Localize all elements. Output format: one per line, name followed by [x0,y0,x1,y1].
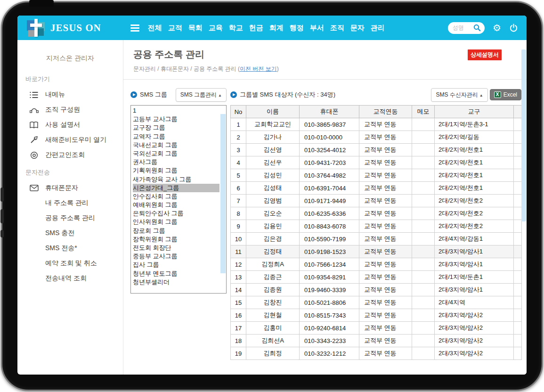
sidebar-item-1-6[interactable]: 전송내역 조회 [17,271,123,286]
previous-version-link[interactable]: 이전 버전 보기 [240,65,277,72]
sidebar-item-0-0[interactable]: 내메뉴 [17,87,123,102]
recipient-row-3[interactable]: 3김선영010-3254-4012교적부 연동2대/2지역/천호1 [231,144,522,156]
group-list-item-17[interactable]: 중등부 교사그룹 [133,252,219,261]
cell-메모 [412,233,435,245]
cell-교구: 2대/3지역/암사2 [435,322,514,335]
cell-교구: 2대/2지역/길동 [435,131,514,144]
nav-item-11[interactable]: 관리 [371,24,385,33]
nav-item-6[interactable]: 회계 [269,24,284,33]
sidebar-item-1-0[interactable]: 휴대폰문자 [17,180,123,196]
sidebar-item-1-3[interactable]: SMS 충전 [17,226,123,241]
recipient-row-13[interactable]: 13김종근010-9354-8291교적부 연동2대/1지역/둔촌1 [231,271,522,284]
group-list-item-16[interactable]: 전도회 회장단 [133,244,219,252]
cell-No: 18 [231,335,246,347]
sidebar-item-1-1[interactable]: 내 주소록 관리 [17,196,123,211]
sidebar: 지저스온 관리자 바로가기내메뉴조직 구성원사용 설명서새해준비도우미 열기간편… [17,40,123,375]
cell-휴대폰: 010-9431-7203 [300,156,359,169]
recipient-row-4[interactable]: 4김선우010-9431-7203교적부 연동2대/2지역/천호1 [231,156,522,169]
recipient-row-12[interactable]: 12김정희A010-7566-1234교적부 연동2대/3지역/암사1 [231,258,522,271]
search-input[interactable] [453,24,473,31]
group-list-item-4[interactable]: 국내선교회 그룹 [133,141,219,149]
cell-spacer [514,271,522,284]
cell-교구: 2대/2지역/천호2 [435,195,514,207]
col-header-1: 이름 [246,106,300,118]
recipient-row-7[interactable]: 7김영범010-9171-9449교적부 연동2대/2지역/천호2 [231,195,522,207]
recipient-row-15[interactable]: 15김창진010-5021-8806교적부 연동2대/4지역 [231,296,522,309]
power-icon[interactable] [509,24,518,33]
cell-이름: 김오순 [246,207,300,220]
cell-이름: 김성민 [246,169,300,182]
group-list-item-6[interactable]: 권사그룹 [133,158,219,166]
nav-item-5[interactable]: 헌금 [249,24,263,33]
group-list-item-0[interactable]: 1 [133,106,219,115]
group-list-item-11[interactable]: 예배위원회 그룹 [133,201,219,209]
cell-교구: 2대/3지역/암사2 [435,347,514,360]
nav-item-2[interactable]: 목회 [188,24,203,33]
group-list-item-19[interactable]: 청년부 멘토그룹 [133,270,219,278]
recipient-row-6[interactable]: 6김성태010-6391-7044교적부 연동2대/2지역/천호1 [231,182,522,195]
sidebar-item-0-4[interactable]: 간편교인조회 [17,147,123,163]
bullet-play-icon [230,91,237,98]
cell-spacer [514,322,522,335]
group-list-item-7[interactable]: 기획위원회 그룹 [133,166,219,175]
group-list-item-15[interactable]: 장학위원회 그룹 [133,235,219,244]
excel-export-button[interactable]: X Excel [490,89,521,100]
group-list-scrollbar[interactable] [220,114,226,273]
recipient-row-11[interactable]: 11김정태010-9198-1523교적부 연동2대/3지역/암사1 [231,245,522,258]
sidebar-item-label: 새해준비도우미 열기 [45,136,106,144]
recipient-row-2[interactable]: 2김가나010-010-0000교적부 연동2대/2지역/길동 [231,131,522,144]
detail-manual-badge[interactable]: 상세설명서 [468,49,502,60]
cell-spacer [514,118,522,131]
search-icon[interactable] [473,24,481,32]
nav-item-3[interactable]: 교육 [209,24,223,33]
sidebar-item-1-2[interactable]: 공용 주소록 관리 [17,211,123,226]
cell-spacer [514,156,522,169]
sidebar-item-0-3[interactable]: 새해준비도우미 열기 [17,132,123,147]
recipient-row-10[interactable]: 10김은경010-5590-7199교적부 연동2대/4지역/강동1 [231,233,522,245]
group-list-item-2[interactable]: 교구장 그룹 [133,123,219,132]
nav-item-7[interactable]: 행정 [290,24,304,33]
recipient-row-14[interactable]: 14김종원019-9460-3339교적부 연동2대/3지역/암사1 [231,284,522,296]
cell-교적연동: 교적부 연동 [359,220,412,233]
group-list-item-13[interactable]: 인사위원회 그룹 [133,218,219,226]
nav-item-9[interactable]: 조직 [330,24,344,33]
nav-item-0[interactable]: 전체 [148,24,162,33]
recipient-row-5[interactable]: 5김성민010-3764-4982교적부 연동2대/2지역/천호1 [231,169,522,182]
nav-item-4[interactable]: 학교 [229,24,243,33]
cell-spacer [514,309,522,322]
cell-교적연동: 교적부 연동 [359,195,412,207]
page-scrollbar[interactable] [521,49,526,221]
group-list-item-14[interactable]: 장로회 그룹 [133,227,219,235]
sidebar-item-0-2[interactable]: 사용 설명서 [17,117,123,132]
recipient-row-18[interactable]: 18김희선A010-3343-2233교적부 연동2대/3지역/암사2 [231,335,522,347]
nav-item-10[interactable]: 문자 [350,24,365,33]
app-logo-text: JESUS ON [50,22,101,34]
sms-recipient-manage-button[interactable]: SMS 수신자관리▲ [431,88,487,102]
sidebar-item-1-4[interactable]: SMS 전송* [17,241,123,256]
group-list-item-12[interactable]: 은퇴안수집사 그룹 [133,209,219,218]
group-list-item-9[interactable]: 시온성가대_그룹 [133,184,219,192]
settings-gear-icon[interactable]: ⚙ [493,23,501,33]
sidebar-item-1-5[interactable]: 예약 조회 및 취소 [17,256,123,271]
cell-휴대폰: 010-9354-8291 [300,271,359,284]
recipient-row-1[interactable]: 1교회학교교인010-3865-9837교적부 연동2대/1지역/둔촌3-1 [231,118,522,131]
name-search-box [448,22,485,34]
recipient-row-16[interactable]: 16김현철010-8515-7343교적부 연동2대/3지역/암사2 [231,309,522,322]
nav-item-8[interactable]: 부서 [310,24,324,33]
group-list-item-5[interactable]: 국외선교회 그룹 [133,149,219,158]
group-list-item-8[interactable]: 새가족양육 교사 그룹 [133,175,219,184]
sms-group-manage-button[interactable]: SMS 그룹관리▲ [176,88,227,102]
recipient-row-8[interactable]: 8김오순010-6235-6336교적부 연동2대/2지역/천호2 [231,207,522,220]
group-list-item-1[interactable]: 고등부 교사그룹 [133,115,219,123]
group-list-item-20[interactable]: 청년부셀리더 [133,278,219,286]
cell-이름: 교회학교교인 [246,118,300,131]
group-list-item-3[interactable]: 교역자 그룹 [133,132,219,141]
group-list-item-10[interactable]: 안수집사회 그룹 [133,192,219,201]
group-list-item-18[interactable]: 집사 그룹 [133,261,219,269]
sidebar-item-0-1[interactable]: 조직 구성원 [17,102,123,117]
recipient-row-17[interactable]: 17김홍미010-9240-6814교적부 연동2대/3지역/암사2 [231,322,522,335]
recipient-row-9[interactable]: 9김용민010-8843-6078교적부 연동2대/2지역/천호2 [231,220,522,233]
hamburger-menu-icon[interactable] [130,23,139,33]
recipient-row-19[interactable]: 19김희정010-3232-1212교적부 연동2대/3지역/암사2 [231,347,522,360]
nav-item-1[interactable]: 교적 [168,24,182,33]
